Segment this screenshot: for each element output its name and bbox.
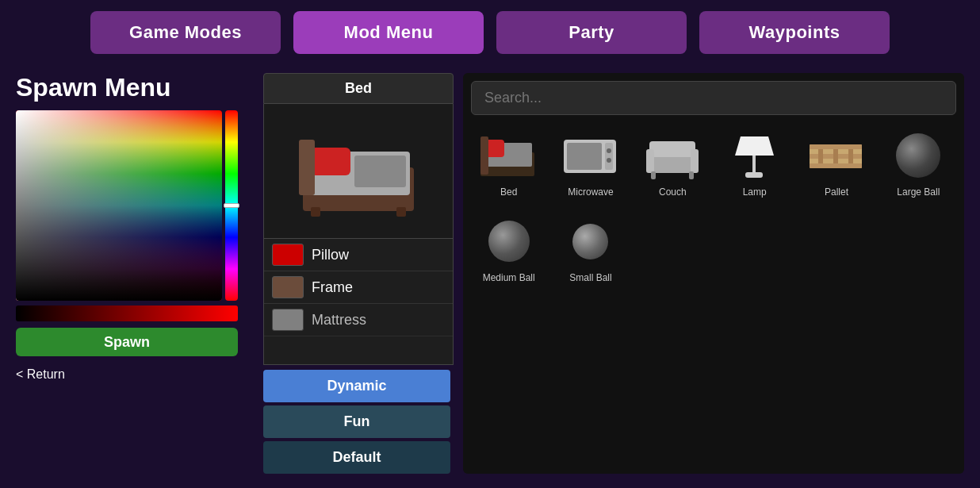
mode-buttons: Dynamic Fun Default <box>263 370 454 474</box>
small-ball-thumbnail <box>559 213 622 269</box>
lamp-icon <box>725 130 784 182</box>
nav-party[interactable]: Party <box>496 11 687 54</box>
color-gradient[interactable] <box>16 110 222 301</box>
grid-item-large-ball[interactable]: Large Ball <box>881 123 956 202</box>
hue-slider-thumb <box>224 203 239 208</box>
frame-label: Frame <box>312 279 353 296</box>
svg-rect-21 <box>689 171 694 179</box>
frame-color-swatch[interactable] <box>272 276 304 298</box>
medium-ball-shape <box>488 221 530 262</box>
selected-item-name: Bed <box>263 73 454 104</box>
part-mattress[interactable]: Mattress <box>264 304 453 336</box>
medium-ball-label: Medium Ball <box>483 272 535 283</box>
spawn-button[interactable]: Spawn <box>16 328 238 356</box>
color-picker-wrapper <box>16 110 254 301</box>
grid-item-pallet[interactable]: Pallet <box>798 123 874 202</box>
grid-item-microwave[interactable]: Microwave <box>553 123 628 202</box>
svg-rect-5 <box>311 207 320 217</box>
pallet-thumbnail <box>805 128 868 183</box>
grid-item-bed[interactable]: Bed <box>471 123 546 202</box>
svg-rect-28 <box>810 163 862 168</box>
svg-rect-12 <box>567 143 602 170</box>
svg-rect-4 <box>299 140 315 195</box>
grid-item-lamp[interactable]: Lamp <box>717 123 792 202</box>
grid-item-couch[interactable]: Couch <box>635 123 710 202</box>
bed-thumbnail <box>477 128 541 183</box>
part-pillow[interactable]: Pillow <box>264 239 453 271</box>
parts-list: Pillow Frame Mattress <box>263 239 454 365</box>
large-ball-label: Large Ball <box>897 186 940 198</box>
lamp-label: Lamp <box>743 186 767 198</box>
nav-mod-menu[interactable]: Mod Menu <box>293 11 484 54</box>
svg-rect-24 <box>745 172 763 178</box>
svg-rect-2 <box>311 148 350 175</box>
middle-panel: Bed Pillow <box>263 73 454 474</box>
svg-rect-6 <box>396 207 406 217</box>
default-mode-button[interactable]: Default <box>263 441 450 474</box>
nav-game-modes[interactable]: Game Modes <box>90 11 281 54</box>
svg-rect-29 <box>818 149 823 163</box>
pallet-label: Pallet <box>825 186 848 198</box>
top-navigation: Game Modes Mod Menu Party Waypoints <box>0 0 980 65</box>
svg-marker-22 <box>735 136 774 156</box>
microwave-icon <box>561 130 620 182</box>
small-ball-shape <box>572 224 608 259</box>
small-ball-label: Small Ball <box>569 272 611 283</box>
svg-point-14 <box>607 148 611 153</box>
couch-label: Couch <box>659 186 687 198</box>
lamp-thumbnail <box>723 128 787 183</box>
bed-icon <box>479 130 538 182</box>
items-grid: Bed Microwave <box>471 123 956 288</box>
large-ball-thumbnail <box>886 128 950 183</box>
large-ball-shape <box>896 133 940 178</box>
svg-rect-23 <box>752 156 756 173</box>
grid-item-small-ball[interactable]: Small Ball <box>553 209 628 288</box>
spawn-menu-title: Spawn Menu <box>16 73 254 102</box>
svg-rect-16 <box>649 156 695 173</box>
part-frame[interactable]: Frame <box>264 271 453 304</box>
svg-point-15 <box>607 158 611 163</box>
svg-rect-31 <box>848 149 853 163</box>
search-input[interactable] <box>471 81 956 115</box>
dynamic-mode-button[interactable]: Dynamic <box>263 370 450 402</box>
left-panel: Spawn Menu Spawn < Return <box>16 73 254 474</box>
bed-label: Bed <box>500 186 517 198</box>
svg-rect-10 <box>480 136 488 175</box>
color-spectrum[interactable] <box>16 110 222 301</box>
bed-preview-svg <box>295 124 422 219</box>
mattress-label: Mattress <box>312 312 366 329</box>
svg-rect-26 <box>810 144 862 149</box>
microwave-thumbnail <box>559 128 622 183</box>
svg-rect-13 <box>605 143 613 170</box>
medium-ball-thumbnail <box>477 213 541 269</box>
red-color-bar[interactable] <box>16 305 238 321</box>
nav-waypoints[interactable]: Waypoints <box>699 11 890 54</box>
couch-thumbnail <box>641 128 704 183</box>
svg-rect-17 <box>649 141 695 157</box>
return-button[interactable]: < Return <box>16 367 65 382</box>
svg-rect-19 <box>691 149 699 173</box>
pillow-color-swatch[interactable] <box>272 244 304 266</box>
svg-rect-20 <box>651 171 656 179</box>
svg-rect-30 <box>833 149 838 163</box>
microwave-label: Microwave <box>568 186 613 198</box>
right-panel: Bed Microwave <box>463 73 964 474</box>
couch-icon <box>643 130 702 182</box>
pallet-icon <box>806 130 866 182</box>
pillow-label: Pillow <box>312 247 349 263</box>
svg-rect-18 <box>646 149 654 173</box>
grid-item-medium-ball[interactable]: Medium Ball <box>471 209 546 288</box>
svg-rect-3 <box>354 156 406 187</box>
mattress-color-swatch[interactable] <box>272 309 304 331</box>
fun-mode-button[interactable]: Fun <box>263 405 450 438</box>
hue-slider[interactable] <box>225 110 238 301</box>
item-preview <box>263 104 454 239</box>
main-content: Spawn Menu Spawn < Return Bed <box>0 65 980 482</box>
